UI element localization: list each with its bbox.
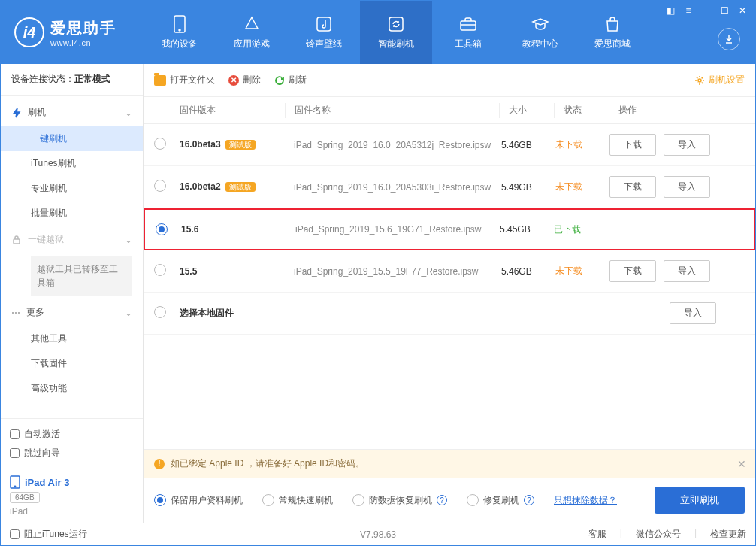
firmware-row[interactable]: 15.5 iPad_Spring_2019_15.5_19F77_Restore… (144, 250, 755, 293)
bag-icon (603, 15, 621, 33)
radio-icon (262, 494, 274, 506)
fw-version: 15.6 (181, 224, 198, 235)
fw-status: 未下载 (555, 265, 609, 278)
col-version: 固件版本 (180, 104, 285, 117)
phone-icon (171, 15, 189, 33)
fw-name: iPad_Spring_2019_16.0_20A5303i_Restore.i… (285, 182, 501, 193)
fw-size: 5.49GB (501, 182, 555, 193)
svg-point-1 (179, 29, 180, 31)
nav-apps[interactable]: 应用游戏 (216, 1, 288, 64)
jailbreak-note: 越狱工具已转移至工具箱 (31, 256, 132, 296)
toolbar: 打开文件夹 ✕删除 刷新 刷机设置 (144, 64, 755, 97)
svg-rect-3 (389, 17, 403, 31)
reload-icon (274, 75, 285, 86)
sidebar: 设备连接状态：正常模式 刷机 ⌄ 一键刷机 iTunes刷机 专业刷机 批量刷机… (1, 64, 144, 523)
close-button[interactable]: ✕ (734, 4, 751, 17)
folder-icon (154, 75, 166, 86)
opt-recover[interactable]: 防数据恢复刷机? (352, 491, 447, 510)
flash-settings-button[interactable]: 刷机设置 (694, 74, 745, 86)
chevron-down-icon: ⌄ (125, 108, 132, 118)
maximize-button[interactable]: ☐ (716, 4, 733, 17)
svg-rect-5 (14, 239, 20, 244)
app-url: www.i4.cn (50, 38, 116, 47)
sidebar-group-more[interactable]: ⋯ 更多 ⌄ (1, 299, 143, 326)
nav-ringtones[interactable]: 铃声壁纸 (288, 1, 360, 64)
svg-point-7 (14, 486, 15, 487)
header: i4 爱思助手 www.i4.cn 我的设备 应用游戏 铃声壁纸 智能刷机 工具… (1, 1, 755, 64)
svg-rect-4 (461, 21, 476, 30)
refresh-icon (387, 15, 405, 33)
fw-name: iPad_Spring_2019_16.0_20A5312j_Restore.i… (285, 140, 501, 150)
download-button[interactable]: 下载 (609, 260, 656, 282)
row-radio[interactable] (154, 306, 166, 318)
fw-size: 5.46GB (501, 140, 555, 150)
radio-icon (154, 494, 166, 506)
radio-icon (467, 494, 479, 506)
notice-close-button[interactable]: ✕ (737, 458, 746, 470)
fw-name: iPad_Spring_2019_15.6_19G71_Restore.ipsw (286, 224, 500, 235)
firmware-row[interactable]: 15.6 iPad_Spring_2019_15.6_19G71_Restore… (144, 208, 755, 250)
menu-button[interactable]: ≡ (680, 4, 697, 17)
import-button[interactable]: 导入 (664, 134, 710, 156)
delete-button[interactable]: ✕删除 (228, 74, 261, 86)
device-info[interactable]: iPad Air 3 64GB iPad (1, 469, 143, 523)
minimize-button[interactable]: — (698, 4, 715, 17)
sidebar-item-oneclick-flash[interactable]: 一键刷机 (1, 126, 143, 151)
col-name: 固件名称 (286, 104, 499, 117)
opt-keep-data[interactable]: 保留用户资料刷机 (154, 491, 243, 510)
sidebar-group-flash[interactable]: 刷机 ⌄ (1, 99, 143, 126)
sidebar-item-batch-flash[interactable]: 批量刷机 (1, 201, 143, 226)
firmware-row[interactable]: 16.0beta3测试版 iPad_Spring_2019_16.0_20A53… (144, 124, 755, 166)
import-button[interactable]: 导入 (664, 176, 710, 198)
nav-tutorials[interactable]: 教程中心 (504, 1, 576, 64)
row-radio[interactable] (154, 264, 166, 276)
logo[interactable]: i4 爱思助手 www.i4.cn (1, 17, 144, 47)
apple-id-notice: ! 如已绑定 Apple ID ，请准备好 Apple ID和密码。 ✕ (144, 449, 755, 478)
chevron-down-icon: ⌄ (125, 235, 132, 245)
firmware-row[interactable]: 16.0beta2测试版 iPad_Spring_2019_16.0_20A53… (144, 166, 755, 208)
nav-store[interactable]: 爱思商城 (576, 1, 649, 64)
tablet-icon (10, 475, 20, 489)
sidebar-item-advanced[interactable]: 高级功能 (1, 376, 143, 401)
wechat-link[interactable]: 微信公众号 (636, 528, 681, 541)
check-update-link[interactable]: 检查更新 (710, 528, 746, 541)
import-button[interactable]: 导入 (670, 302, 716, 324)
firmware-row[interactable]: 选择本地固件 导入 (144, 293, 755, 335)
nav-toolbox[interactable]: 工具箱 (432, 1, 504, 64)
sidebar-group-jailbreak[interactable]: 一键越狱 ⌄ (1, 226, 143, 253)
sidebar-item-pro-flash[interactable]: 专业刷机 (1, 176, 143, 201)
download-button[interactable]: 下载 (609, 176, 656, 198)
lock-icon (11, 235, 22, 245)
erase-link[interactable]: 只想抹除数据？ (554, 494, 617, 507)
fw-status: 已下载 (554, 223, 608, 236)
col-size: 大小 (500, 104, 554, 117)
flash-now-button[interactable]: 立即刷机 (655, 487, 745, 514)
sidebar-item-other-tools[interactable]: 其他工具 (1, 326, 143, 351)
col-status: 状态 (555, 104, 609, 117)
auto-activate-checkbox[interactable]: 自动激活 (10, 425, 134, 444)
delete-icon: ✕ (228, 75, 239, 86)
nav-flash[interactable]: 智能刷机 (360, 1, 432, 64)
help-icon[interactable]: ? (437, 495, 447, 505)
sidebar-item-download-fw[interactable]: 下载固件 (1, 351, 143, 376)
nav-my-device[interactable]: 我的设备 (144, 1, 216, 64)
open-folder-button[interactable]: 打开文件夹 (154, 74, 215, 86)
row-radio[interactable] (154, 180, 166, 192)
row-radio[interactable] (156, 223, 168, 235)
col-ops: 操作 (609, 104, 745, 117)
skin-button[interactable]: ◧ (662, 4, 679, 17)
support-link[interactable]: 客服 (588, 528, 606, 541)
opt-normal[interactable]: 常规快速刷机 (262, 491, 333, 510)
skip-guide-checkbox[interactable]: 跳过向导 (10, 444, 60, 463)
import-button[interactable]: 导入 (664, 260, 710, 282)
block-itunes-checkbox[interactable]: 阻止iTunes运行 (10, 525, 87, 544)
help-icon[interactable]: ? (524, 495, 534, 505)
content: 打开文件夹 ✕删除 刷新 刷机设置 固件版本 固件名称 大小 状态 操作 16.… (144, 64, 755, 523)
opt-repair[interactable]: 修复刷机? (467, 491, 534, 510)
download-manager-button[interactable] (718, 28, 740, 50)
refresh-button[interactable]: 刷新 (274, 74, 307, 86)
download-button[interactable]: 下载 (609, 134, 656, 156)
sidebar-item-itunes-flash[interactable]: iTunes刷机 (1, 151, 143, 176)
row-radio[interactable] (154, 138, 166, 150)
graduation-icon (531, 15, 549, 33)
